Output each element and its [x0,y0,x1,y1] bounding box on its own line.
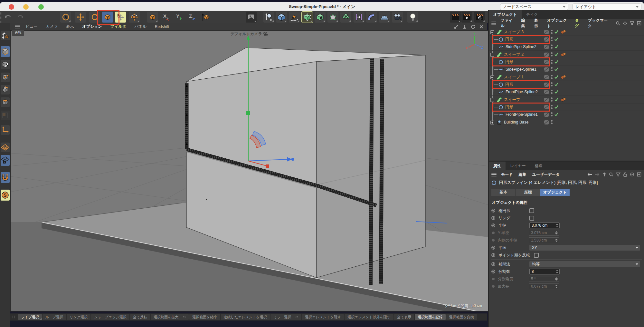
expand-view-icon[interactable] [454,25,459,29]
visibility-dots[interactable] [551,120,553,125]
visibility-dots[interactable] [551,67,553,72]
sync-icon[interactable] [471,25,475,29]
viewport-canvas[interactable]: 透視 デフォルトカメラ Y X Z グリッド間隔 : 50 cm [10,30,488,312]
loop-selection-command[interactable]: ループ選択 [43,314,66,320]
layer-toggle[interactable] [544,120,549,124]
ring-selection-command[interactable]: リング選択 [67,314,90,320]
panel-menu-icon[interactable] [491,21,496,26]
layer-toggle[interactable] [544,67,549,72]
visibility-dots[interactable] [551,30,553,35]
layer-toggle[interactable] [544,45,549,49]
axis-mode-button[interactable] [1,125,10,135]
visibility-dots[interactable] [551,90,553,95]
menu-panel[interactable]: パネル [135,24,147,29]
lock-z-axis-button[interactable]: Z [187,12,198,23]
live-selection-command[interactable]: ライブ選択 [18,314,42,320]
keyframe-dot[interactable] [491,253,495,257]
hide-selected-command[interactable]: 選択エレメントを隠す [302,314,344,320]
plane-dropdown[interactable]: XY [529,245,640,251]
redo-button[interactable] [15,12,26,23]
render-button[interactable] [461,12,472,23]
layer-toggle[interactable] [544,60,549,64]
menu-options[interactable]: オプション [82,24,102,29]
primitive-cube-button[interactable] [276,12,287,23]
lock-icon[interactable] [623,172,627,177]
live-selection-tool[interactable] [60,12,71,23]
attr-menu-mode[interactable]: モード [501,172,513,177]
generator-button[interactable] [315,12,326,23]
deformer-button[interactable] [366,12,377,23]
filter-icon[interactable] [630,21,634,25]
keyframe-dot[interactable] [491,216,495,220]
invert-all-command[interactable]: 全て反転 [130,314,150,320]
nodespace-dropdown[interactable]: ノードスペース [500,3,568,10]
edge-mode-button[interactable] [1,85,10,94]
path-up-icon[interactable] [623,21,627,25]
om-menu-tags[interactable]: タグ [575,18,582,29]
section-tab-object[interactable]: オブジェクト [540,189,570,196]
primitive-spline-button[interactable] [263,12,274,23]
render-view-clapper-button[interactable] [450,12,461,23]
visibility-dots[interactable] [551,112,553,117]
layer-toggle[interactable] [544,53,549,57]
visibility-dots[interactable] [551,52,553,57]
tree-row-frontpipe-spline1[interactable]: FrontPipe-Spline1 [489,111,644,118]
forward-arrow-icon[interactable] [595,173,600,176]
om-menu-edit[interactable]: 編集 [521,18,528,29]
lock-x-axis-button[interactable]: X [161,12,172,23]
om-menu-file[interactable]: ファイル [501,18,516,29]
tree-row-sidepipe-spline1[interactable]: SidePipe-Spline1 [489,66,644,73]
om-menu-bookmarks[interactable]: ブックマーク [588,18,610,29]
ellipse-checkbox[interactable] [529,208,534,213]
layer-toggle[interactable] [544,83,549,87]
tree-row-building-base[interactable]: Building Base [489,119,644,126]
keyframe-dot[interactable] [491,209,495,213]
render-settings-button[interactable] [474,12,485,23]
tree-row-sweep-3[interactable]: スイープ.3 [489,28,644,36]
menu-camera[interactable]: カメラ [46,24,58,29]
layout-dropdown[interactable]: レイアウト [573,3,641,10]
menu-view[interactable]: ビュー [26,24,38,29]
tree-row-circle-1[interactable]: 円形 [489,36,644,43]
up-arrow-icon[interactable] [602,172,606,177]
shrink-selection-command[interactable]: 選択範囲を縮小 [189,314,220,320]
snap-magnet-button[interactable] [1,172,10,183]
sharp-edge-selection-command[interactable]: シャープエッジ選択 [91,314,129,320]
target-icon[interactable] [630,172,634,177]
keyframe-dot[interactable] [491,223,495,227]
orientation-gizmo[interactable]: Y X Z [465,31,485,51]
grow-selection-command[interactable]: 選択範囲を拡大... [151,314,189,320]
layer-toggle[interactable] [544,105,549,109]
tab-structure[interactable]: 構造 [530,162,547,170]
section-tab-basic[interactable]: 基本 [491,189,516,196]
render-view-button[interactable] [246,12,257,23]
spline-pen-button[interactable] [289,12,300,23]
workplane-mode-button[interactable] [1,143,10,152]
gizmo-x-handle[interactable] [266,164,269,168]
keyframe-dot[interactable] [491,246,495,250]
tree-row-sweep[interactable]: スイープ [489,96,644,104]
reverse-points-checkbox[interactable] [534,253,539,258]
interpolation-dropdown[interactable]: 均等 [529,261,640,267]
ring-checkbox[interactable] [529,216,534,221]
enable-axis-tool[interactable] [115,12,126,23]
panel-menu-icon[interactable] [491,172,497,177]
fields-button[interactable] [354,12,365,23]
rotate-tool[interactable] [89,12,100,23]
menu-display[interactable]: 表示 [66,24,74,29]
mirror-selection-command[interactable]: ミラー選択... [270,314,302,320]
search-icon[interactable] [609,172,613,177]
subdivision-surface-button[interactable] [302,12,313,23]
tweak-mode-button[interactable] [1,111,10,120]
quantize-button[interactable]: S [1,190,10,201]
collapse-icon[interactable] [490,53,494,57]
gizmo-y-handle[interactable] [246,111,250,115]
keyframe-dot[interactable] [491,270,495,273]
select-connected-command[interactable]: 連続したエレメントを選択 [221,314,270,320]
phong-tag-icon[interactable] [560,52,567,57]
attr-menu-edit[interactable]: 編集 [519,172,526,177]
tree-row-sidepipe-spline2[interactable]: SidePipe-Spline2 [489,43,644,51]
convert-selection-command[interactable]: 選択範囲を変換 [446,314,477,320]
visibility-dots[interactable] [551,97,553,103]
tree-row-circle-4[interactable]: 円形 [489,104,644,111]
